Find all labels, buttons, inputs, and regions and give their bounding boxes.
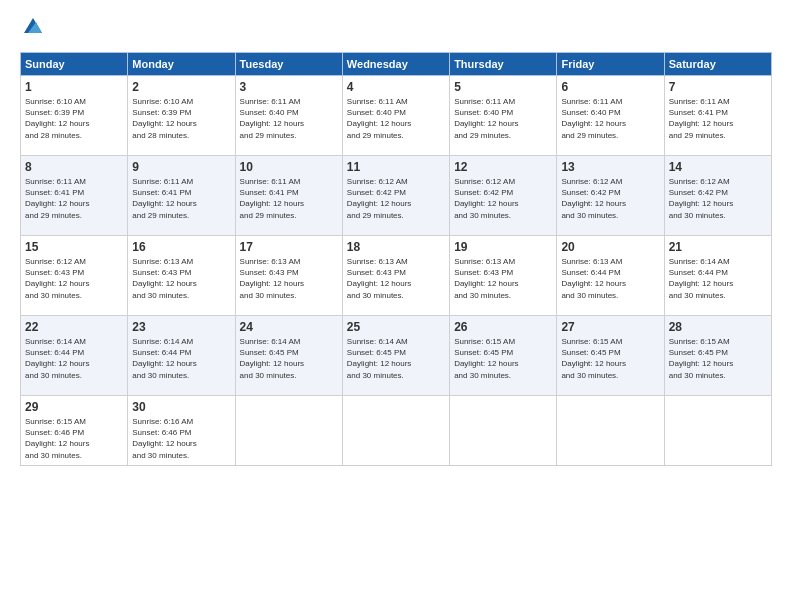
- day-number: 10: [240, 160, 338, 174]
- day-number: 11: [347, 160, 445, 174]
- col-sunday: Sunday: [21, 53, 128, 76]
- day-cell-4: 4Sunrise: 6:11 AMSunset: 6:40 PMDaylight…: [342, 76, 449, 156]
- day-number: 23: [132, 320, 230, 334]
- day-cell-1: 1Sunrise: 6:10 AMSunset: 6:39 PMDaylight…: [21, 76, 128, 156]
- day-number: 25: [347, 320, 445, 334]
- day-cell-13: 13Sunrise: 6:12 AMSunset: 6:42 PMDayligh…: [557, 156, 664, 236]
- day-cell-29: 29Sunrise: 6:15 AMSunset: 6:46 PMDayligh…: [21, 396, 128, 466]
- week-row-5: 29Sunrise: 6:15 AMSunset: 6:46 PMDayligh…: [21, 396, 772, 466]
- day-number: 2: [132, 80, 230, 94]
- day-info: Sunrise: 6:11 AMSunset: 6:41 PMDaylight:…: [669, 96, 767, 141]
- logo-icon: [22, 15, 44, 37]
- day-cell-15: 15Sunrise: 6:12 AMSunset: 6:43 PMDayligh…: [21, 236, 128, 316]
- day-cell-6: 6Sunrise: 6:11 AMSunset: 6:40 PMDaylight…: [557, 76, 664, 156]
- day-info: Sunrise: 6:12 AMSunset: 6:42 PMDaylight:…: [454, 176, 552, 221]
- day-info: Sunrise: 6:13 AMSunset: 6:43 PMDaylight:…: [347, 256, 445, 301]
- day-info: Sunrise: 6:15 AMSunset: 6:45 PMDaylight:…: [454, 336, 552, 381]
- day-info: Sunrise: 6:10 AMSunset: 6:39 PMDaylight:…: [25, 96, 123, 141]
- day-info: Sunrise: 6:11 AMSunset: 6:41 PMDaylight:…: [25, 176, 123, 221]
- day-cell-5: 5Sunrise: 6:11 AMSunset: 6:40 PMDaylight…: [450, 76, 557, 156]
- day-number: 9: [132, 160, 230, 174]
- day-cell-24: 24Sunrise: 6:14 AMSunset: 6:45 PMDayligh…: [235, 316, 342, 396]
- day-info: Sunrise: 6:13 AMSunset: 6:43 PMDaylight:…: [240, 256, 338, 301]
- day-number: 28: [669, 320, 767, 334]
- day-cell-30: 30Sunrise: 6:16 AMSunset: 6:46 PMDayligh…: [128, 396, 235, 466]
- day-number: 24: [240, 320, 338, 334]
- day-number: 20: [561, 240, 659, 254]
- day-cell-9: 9Sunrise: 6:11 AMSunset: 6:41 PMDaylight…: [128, 156, 235, 236]
- day-number: 21: [669, 240, 767, 254]
- week-row-1: 1Sunrise: 6:10 AMSunset: 6:39 PMDaylight…: [21, 76, 772, 156]
- day-cell-28: 28Sunrise: 6:15 AMSunset: 6:45 PMDayligh…: [664, 316, 771, 396]
- day-number: 17: [240, 240, 338, 254]
- day-cell-26: 26Sunrise: 6:15 AMSunset: 6:45 PMDayligh…: [450, 316, 557, 396]
- day-info: Sunrise: 6:15 AMSunset: 6:46 PMDaylight:…: [25, 416, 123, 461]
- day-cell-2: 2Sunrise: 6:10 AMSunset: 6:39 PMDaylight…: [128, 76, 235, 156]
- day-number: 19: [454, 240, 552, 254]
- logo: [20, 15, 44, 42]
- day-info: Sunrise: 6:10 AMSunset: 6:39 PMDaylight:…: [132, 96, 230, 141]
- day-cell-25: 25Sunrise: 6:14 AMSunset: 6:45 PMDayligh…: [342, 316, 449, 396]
- day-cell-empty-2: [235, 396, 342, 466]
- day-cell-empty-6: [664, 396, 771, 466]
- day-info: Sunrise: 6:15 AMSunset: 6:45 PMDaylight:…: [561, 336, 659, 381]
- page: Sunday Monday Tuesday Wednesday Thursday…: [0, 0, 792, 612]
- day-cell-23: 23Sunrise: 6:14 AMSunset: 6:44 PMDayligh…: [128, 316, 235, 396]
- col-monday: Monday: [128, 53, 235, 76]
- day-info: Sunrise: 6:12 AMSunset: 6:43 PMDaylight:…: [25, 256, 123, 301]
- day-number: 3: [240, 80, 338, 94]
- day-number: 8: [25, 160, 123, 174]
- day-cell-19: 19Sunrise: 6:13 AMSunset: 6:43 PMDayligh…: [450, 236, 557, 316]
- day-info: Sunrise: 6:11 AMSunset: 6:40 PMDaylight:…: [561, 96, 659, 141]
- day-cell-16: 16Sunrise: 6:13 AMSunset: 6:43 PMDayligh…: [128, 236, 235, 316]
- day-number: 22: [25, 320, 123, 334]
- header: [20, 15, 772, 42]
- col-thursday: Thursday: [450, 53, 557, 76]
- day-info: Sunrise: 6:14 AMSunset: 6:45 PMDaylight:…: [240, 336, 338, 381]
- day-info: Sunrise: 6:12 AMSunset: 6:42 PMDaylight:…: [347, 176, 445, 221]
- day-cell-8: 8Sunrise: 6:11 AMSunset: 6:41 PMDaylight…: [21, 156, 128, 236]
- day-number: 30: [132, 400, 230, 414]
- day-cell-11: 11Sunrise: 6:12 AMSunset: 6:42 PMDayligh…: [342, 156, 449, 236]
- day-cell-7: 7Sunrise: 6:11 AMSunset: 6:41 PMDaylight…: [664, 76, 771, 156]
- col-saturday: Saturday: [664, 53, 771, 76]
- day-info: Sunrise: 6:11 AMSunset: 6:40 PMDaylight:…: [240, 96, 338, 141]
- day-number: 5: [454, 80, 552, 94]
- day-cell-18: 18Sunrise: 6:13 AMSunset: 6:43 PMDayligh…: [342, 236, 449, 316]
- day-cell-20: 20Sunrise: 6:13 AMSunset: 6:44 PMDayligh…: [557, 236, 664, 316]
- week-row-3: 15Sunrise: 6:12 AMSunset: 6:43 PMDayligh…: [21, 236, 772, 316]
- day-cell-17: 17Sunrise: 6:13 AMSunset: 6:43 PMDayligh…: [235, 236, 342, 316]
- calendar-table: Sunday Monday Tuesday Wednesday Thursday…: [20, 52, 772, 466]
- day-number: 12: [454, 160, 552, 174]
- day-info: Sunrise: 6:11 AMSunset: 6:40 PMDaylight:…: [454, 96, 552, 141]
- day-cell-empty-4: [450, 396, 557, 466]
- day-number: 1: [25, 80, 123, 94]
- day-info: Sunrise: 6:13 AMSunset: 6:44 PMDaylight:…: [561, 256, 659, 301]
- day-info: Sunrise: 6:16 AMSunset: 6:46 PMDaylight:…: [132, 416, 230, 461]
- day-number: 26: [454, 320, 552, 334]
- week-row-2: 8Sunrise: 6:11 AMSunset: 6:41 PMDaylight…: [21, 156, 772, 236]
- day-info: Sunrise: 6:14 AMSunset: 6:44 PMDaylight:…: [669, 256, 767, 301]
- header-row: Sunday Monday Tuesday Wednesday Thursday…: [21, 53, 772, 76]
- day-cell-12: 12Sunrise: 6:12 AMSunset: 6:42 PMDayligh…: [450, 156, 557, 236]
- day-number: 13: [561, 160, 659, 174]
- day-number: 15: [25, 240, 123, 254]
- day-info: Sunrise: 6:14 AMSunset: 6:44 PMDaylight:…: [25, 336, 123, 381]
- day-number: 7: [669, 80, 767, 94]
- day-info: Sunrise: 6:13 AMSunset: 6:43 PMDaylight:…: [132, 256, 230, 301]
- day-info: Sunrise: 6:11 AMSunset: 6:40 PMDaylight:…: [347, 96, 445, 141]
- day-info: Sunrise: 6:14 AMSunset: 6:44 PMDaylight:…: [132, 336, 230, 381]
- col-tuesday: Tuesday: [235, 53, 342, 76]
- week-row-4: 22Sunrise: 6:14 AMSunset: 6:44 PMDayligh…: [21, 316, 772, 396]
- day-number: 29: [25, 400, 123, 414]
- day-cell-empty-5: [557, 396, 664, 466]
- col-wednesday: Wednesday: [342, 53, 449, 76]
- day-info: Sunrise: 6:12 AMSunset: 6:42 PMDaylight:…: [561, 176, 659, 221]
- day-number: 14: [669, 160, 767, 174]
- day-number: 4: [347, 80, 445, 94]
- logo-text: [20, 15, 44, 42]
- day-number: 27: [561, 320, 659, 334]
- day-number: 18: [347, 240, 445, 254]
- day-info: Sunrise: 6:13 AMSunset: 6:43 PMDaylight:…: [454, 256, 552, 301]
- day-cell-3: 3Sunrise: 6:11 AMSunset: 6:40 PMDaylight…: [235, 76, 342, 156]
